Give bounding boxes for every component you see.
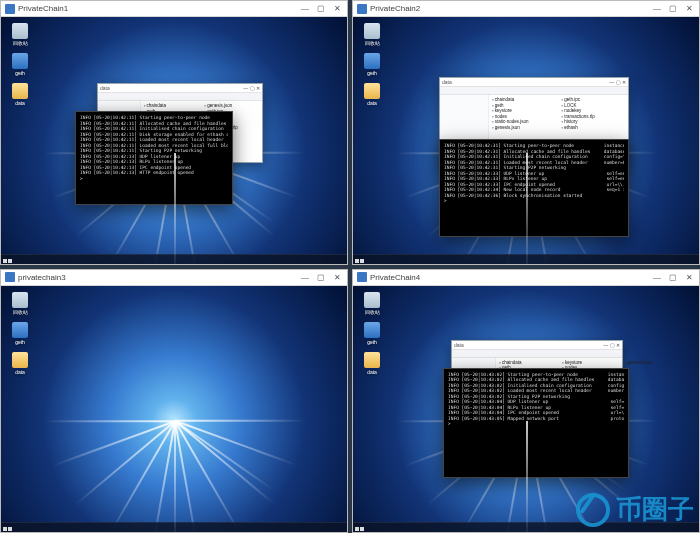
- desktop-shortcut-label: geth: [7, 70, 33, 76]
- close-button[interactable]: ✕: [622, 79, 626, 85]
- desktop-shortcut-回收站[interactable]: 回收站: [7, 23, 33, 46]
- explorer-ribbon[interactable]: [440, 87, 628, 95]
- vm-window-1[interactable]: PrivateChain1 — ▢ ✕ 回收站 geth data data —…: [0, 0, 348, 265]
- terminal-line: INFO [05-20|10:43:02] Loaded most recent…: [448, 388, 624, 394]
- start-button-icon[interactable]: [3, 527, 13, 532]
- terminal-window[interactable]: INFO [05-20|10:42:31] Starting peer-to-p…: [439, 139, 629, 237]
- folder-icon: [12, 352, 28, 368]
- minimize-button[interactable]: —: [243, 85, 248, 91]
- start-button-icon[interactable]: [355, 527, 365, 532]
- terminal-line: >: [444, 198, 624, 204]
- vm-app-icon: [357, 4, 367, 14]
- minimize-button[interactable]: —: [649, 270, 665, 284]
- vm-titlebar[interactable]: PrivateChain2 — ▢ ✕: [353, 1, 699, 17]
- maximize-button[interactable]: ▢: [250, 85, 255, 91]
- maximize-button[interactable]: ▢: [313, 2, 329, 16]
- desktop-shortcut-geth[interactable]: geth: [7, 322, 33, 345]
- minimize-button[interactable]: —: [297, 270, 313, 284]
- vm-window-2[interactable]: PrivateChain2 — ▢ ✕ 回收站 geth data data —…: [352, 0, 700, 265]
- desktop-shortcut-data[interactable]: data: [359, 352, 385, 375]
- explorer-title: data: [454, 342, 464, 348]
- desktop-shortcut-label: data: [7, 100, 33, 106]
- vm-title: PrivateChain2: [370, 4, 420, 13]
- terminal-line: INFO [05-20|10:42:34] New local node rec…: [444, 187, 624, 193]
- vm-titlebar[interactable]: PrivateChain4 — ▢ ✕: [353, 270, 699, 286]
- maximize-button[interactable]: ▢: [665, 2, 681, 16]
- terminal-line: INFO [05-20|10:42:11] Initialised chain …: [80, 126, 228, 132]
- desktop-shortcut-label: data: [359, 100, 385, 106]
- file-item[interactable]: ▫ genesis.json: [492, 125, 556, 131]
- explorer-ribbon[interactable]: [452, 350, 622, 358]
- bin-icon: [364, 23, 380, 39]
- explorer-ribbon[interactable]: [98, 93, 262, 101]
- bin-icon: [12, 23, 28, 39]
- maximize-button[interactable]: ▢: [616, 79, 621, 85]
- terminal-line: INFO [05-20|10:42:31] Starting peer-to-p…: [444, 143, 624, 149]
- desktop-shortcut-回收站[interactable]: 回收站: [359, 23, 385, 46]
- start-button-icon[interactable]: [3, 259, 13, 264]
- vm-title: privatechain3: [18, 273, 66, 282]
- vm-window-3[interactable]: privatechain3 — ▢ ✕ 回收站 geth data: [0, 269, 348, 534]
- taskbar[interactable]: [353, 254, 699, 264]
- terminal-line: INFO [05-20|10:42:11] Loaded most recent…: [80, 137, 228, 143]
- app-icon: [364, 53, 380, 69]
- terminal-line: >: [448, 421, 624, 427]
- terminal-line: >: [80, 176, 228, 182]
- close-button[interactable]: ✕: [681, 2, 697, 16]
- close-button[interactable]: ✕: [616, 342, 620, 348]
- desktop-shortcut-label: geth: [359, 70, 385, 76]
- vm-app-icon: [357, 272, 367, 282]
- terminal-line: INFO [05-20|10:43:05] Mapped network por…: [448, 416, 624, 422]
- desktop-shortcut-geth[interactable]: geth: [7, 53, 33, 76]
- close-button[interactable]: ✕: [329, 2, 345, 16]
- desktop-shortcut-geth[interactable]: geth: [359, 53, 385, 76]
- minimize-button[interactable]: —: [609, 79, 614, 85]
- maximize-button[interactable]: ▢: [610, 342, 615, 348]
- terminal-line: INFO [05-20|10:42:33] RLPx listener up s…: [444, 176, 624, 182]
- terminal-window[interactable]: INFO [05-20|10:43:02] Starting peer-to-p…: [443, 368, 629, 478]
- terminal-line: INFO [05-20|10:43:04] UDP listener up se…: [448, 399, 624, 405]
- vm-desktop[interactable]: 回收站 geth data data — ▢ ✕ ▫ chaindata▫ ge…: [1, 17, 347, 264]
- terminal-line: INFO [05-20|10:43:02] Allocated cache an…: [448, 377, 624, 383]
- close-button[interactable]: ✕: [681, 270, 697, 284]
- minimize-button[interactable]: —: [649, 2, 665, 16]
- desktop-shortcut-geth[interactable]: geth: [359, 322, 385, 345]
- maximize-button[interactable]: ▢: [313, 270, 329, 284]
- maximize-button[interactable]: ▢: [665, 270, 681, 284]
- desktop-shortcut-label: geth: [359, 339, 385, 345]
- app-icon: [364, 322, 380, 338]
- desktop-shortcut-data[interactable]: data: [7, 83, 33, 106]
- vm-app-icon: [5, 4, 15, 14]
- file-item[interactable]: ▫ genesis.json: [625, 360, 682, 366]
- vm-titlebar[interactable]: PrivateChain1 — ▢ ✕: [1, 1, 347, 17]
- vm-title: PrivateChain1: [18, 4, 68, 13]
- desktop-shortcut-回收站[interactable]: 回收站: [359, 292, 385, 315]
- vm-desktop[interactable]: 回收站 geth data data — ▢ ✕ ▫ chaindata▫ ge…: [353, 17, 699, 264]
- minimize-button[interactable]: —: [603, 342, 608, 348]
- close-button[interactable]: ✕: [256, 85, 260, 91]
- terminal-window[interactable]: INFO [05-20|10:42:11] Starting peer-to-p…: [75, 111, 233, 205]
- taskbar[interactable]: [1, 254, 347, 264]
- desktop-shortcut-data[interactable]: data: [7, 352, 33, 375]
- terminal-line: INFO [05-20|10:42:13] RLPx listener up s…: [80, 159, 228, 165]
- desktop-shortcut-label: 回收站: [359, 309, 385, 315]
- watermark: 币圈子: [576, 492, 694, 527]
- bin-icon: [12, 292, 28, 308]
- desktop-shortcut-data[interactable]: data: [359, 83, 385, 106]
- start-button-icon[interactable]: [355, 259, 365, 264]
- terminal-line: INFO [05-20|10:43:04] IPC endpoint opene…: [448, 410, 624, 416]
- desktop-shortcut-label: 回收站: [7, 309, 33, 315]
- file-item[interactable]: ▫ ethash: [561, 125, 625, 131]
- app-icon: [12, 322, 28, 338]
- minimize-button[interactable]: —: [297, 2, 313, 16]
- desktop-shortcut-label: geth: [7, 339, 33, 345]
- vm-titlebar[interactable]: privatechain3 — ▢ ✕: [1, 270, 347, 286]
- close-button[interactable]: ✕: [329, 270, 345, 284]
- desktop-shortcut-回收站[interactable]: 回收站: [7, 292, 33, 315]
- desktop-shortcut-label: data: [359, 369, 385, 375]
- vm-desktop[interactable]: 回收站 geth data: [1, 286, 347, 533]
- folder-icon: [364, 352, 380, 368]
- explorer-title: data: [100, 85, 110, 91]
- watermark-text: 币圈子: [616, 492, 694, 527]
- taskbar[interactable]: [1, 522, 347, 532]
